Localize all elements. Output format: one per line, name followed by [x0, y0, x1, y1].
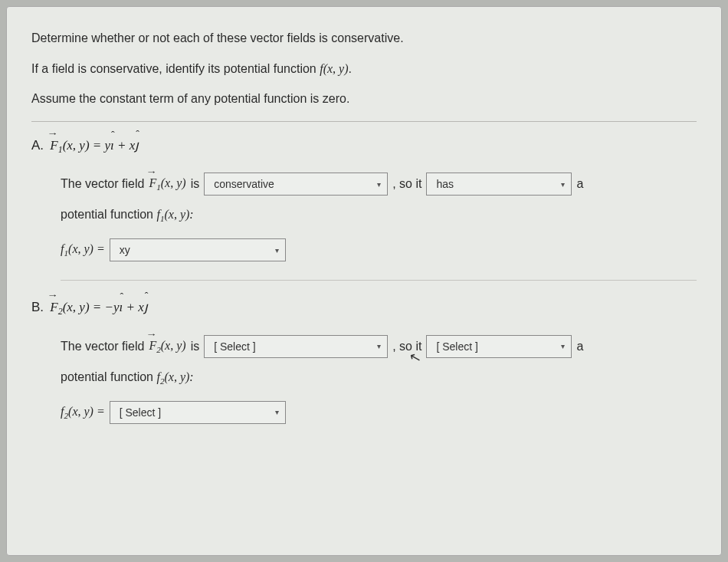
part-a-select-answer[interactable]: xy ▾: [110, 238, 286, 261]
part-a-sentence: The vector field F1(x, y) is conservativ…: [61, 173, 697, 196]
intro-line-1: Determine whether or not each of these v…: [31, 28, 697, 48]
part-b-select-conservative[interactable]: [ Select ] ▾: [204, 335, 388, 358]
divider-ab: [61, 280, 697, 281]
part-a-select-conservative[interactable]: conservative ▾: [204, 173, 388, 196]
part-b-select-answer[interactable]: [ Select ] ▾: [110, 401, 286, 424]
chevron-down-icon: ▾: [377, 342, 381, 350]
part-b-potential-line: potential function f2(x, y):: [61, 370, 697, 386]
part-a-potential-line: potential function f1(x, y):: [61, 208, 697, 223]
part-a-select-has[interactable]: has ▾: [426, 173, 572, 196]
chevron-down-icon: ▾: [275, 408, 279, 416]
chevron-down-icon: ▾: [561, 180, 565, 189]
part-b-equation: f2(x, y) = [ Select ] ▾: [61, 401, 697, 424]
part-b-sentence: The vector field F2(x, y) is [ Select ] …: [61, 335, 697, 358]
question-card: Determine whether or not each of these v…: [6, 6, 722, 556]
part-b: B. F2(x, y) = −yı + xȷ The vector field …: [31, 299, 697, 424]
part-b-select-has[interactable]: [ Select ] ▾: [426, 335, 572, 358]
divider: [31, 121, 697, 122]
intro-line-3: Assume the constant term of any potentia…: [31, 89, 697, 109]
intro-block: Determine whether or not each of these v…: [31, 28, 697, 109]
part-a: A. F1(x, y) = yı + xȷ The vector field F…: [31, 137, 697, 262]
part-a-heading: A. F1(x, y) = yı + xȷ: [31, 137, 697, 156]
part-b-f2: F2(x, y): [149, 339, 185, 354]
part-a-f1: F1(x, y): [149, 176, 185, 192]
chevron-down-icon: ▾: [561, 342, 565, 350]
part-a-equation: f1(x, y) = xy ▾: [61, 238, 697, 261]
intro-line-2: If a field is conservative, identify its…: [31, 59, 697, 79]
chevron-down-icon: ▾: [377, 180, 381, 189]
chevron-down-icon: ▾: [275, 246, 279, 255]
part-b-heading: B. F2(x, y) = −yı + xȷ: [31, 299, 697, 317]
